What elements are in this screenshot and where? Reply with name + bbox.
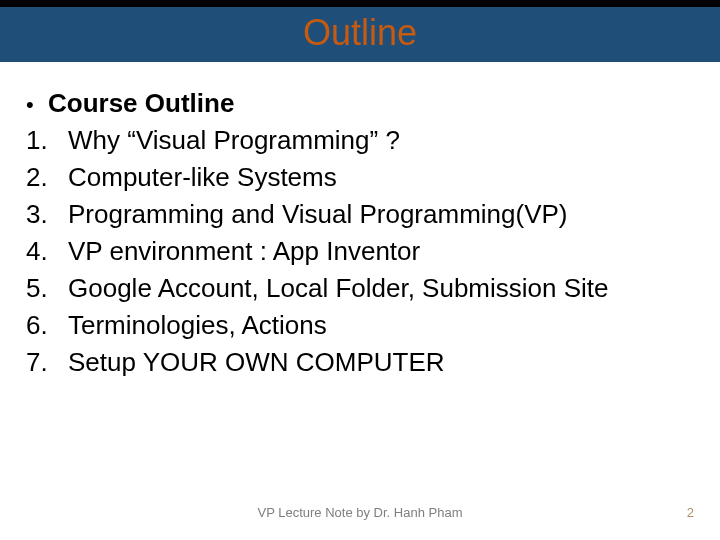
list-number: 1. [24,125,68,156]
list-text: Computer-like Systems [68,162,337,193]
list-text: Why “Visual Programming” ? [68,125,400,156]
list-text: VP environment : App Inventor [68,236,420,267]
list-text: Setup YOUR OWN COMPUTER [68,347,445,378]
page-number: 2 [687,505,694,520]
slide-content: • Course Outline 1. Why “Visual Programm… [0,62,720,378]
bullet-heading-text: Course Outline [48,88,234,119]
slide-title: Outline [303,12,417,54]
list-number: 3. [24,199,68,230]
list-item: 1. Why “Visual Programming” ? [24,125,700,156]
title-bar: Outline [0,0,720,62]
list-text: Google Account, Local Folder, Submission… [68,273,609,304]
footer: VP Lecture Note by Dr. Hanh Pham 2 [0,505,720,520]
list-number: 7. [24,347,68,378]
bullet-marker: • [24,94,48,116]
list-number: 2. [24,162,68,193]
list-text: Programming and Visual Programming(VP) [68,199,568,230]
bullet-heading: • Course Outline [24,88,700,119]
list-number: 4. [24,236,68,267]
footer-note: VP Lecture Note by Dr. Hanh Pham [258,505,463,520]
list-item: 2. Computer-like Systems [24,162,700,193]
list-item: 7. Setup YOUR OWN COMPUTER [24,347,700,378]
list-number: 5. [24,273,68,304]
list-number: 6. [24,310,68,341]
list-item: 4. VP environment : App Inventor [24,236,700,267]
list-item: 5. Google Account, Local Folder, Submiss… [24,273,700,304]
list-item: 3. Programming and Visual Programming(VP… [24,199,700,230]
list-text: Terminologies, Actions [68,310,327,341]
list-item: 6. Terminologies, Actions [24,310,700,341]
